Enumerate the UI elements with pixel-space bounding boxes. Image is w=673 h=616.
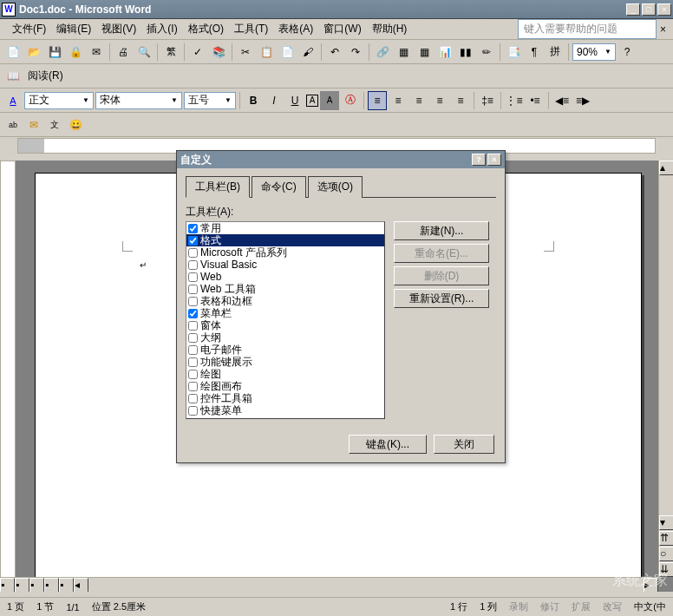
toolbar-checkbox-6[interactable] — [188, 297, 198, 306]
normal-view-icon[interactable]: ▪ — [0, 578, 15, 592]
status-language[interactable]: 中文(中 — [634, 600, 666, 613]
print-icon[interactable]: 🖨 — [114, 43, 133, 62]
permissions-icon[interactable]: 🔒 — [66, 43, 85, 62]
menu-file[interactable]: 文件(F) — [7, 20, 51, 38]
docmap-icon[interactable]: 📑 — [504, 43, 523, 62]
copy-icon[interactable]: 📋 — [257, 43, 276, 62]
underline-icon[interactable]: U — [285, 91, 304, 110]
dialog-help-button[interactable]: ? — [472, 154, 486, 166]
dialog-titlebar[interactable]: 自定义 ? × — [177, 151, 505, 168]
menu-view[interactable]: 视图(V) — [96, 20, 141, 38]
reading-label[interactable]: 阅读(R) — [24, 69, 67, 83]
status-record[interactable]: 录制 — [509, 600, 528, 613]
close-button[interactable]: × — [657, 3, 671, 16]
next-page-icon[interactable]: ⇊ — [659, 562, 673, 577]
drawing-icon[interactable]: ✏ — [477, 43, 496, 62]
spellcheck-icon[interactable]: ✓ — [188, 43, 207, 62]
reset-button[interactable]: 重新设置(R)... — [394, 289, 489, 308]
close-dialog-button[interactable]: 关闭 — [434, 435, 494, 454]
menubar-close-button[interactable]: × — [660, 23, 666, 36]
menu-help[interactable]: 帮助(H) — [367, 20, 413, 38]
toolbar-item-15[interactable]: 快捷菜单 — [186, 404, 384, 416]
envelope-icon[interactable]: ✉ — [24, 115, 43, 134]
reading-view-icon[interactable]: ▪ — [59, 578, 74, 592]
toolbar-checkbox-14[interactable] — [188, 394, 198, 403]
phonetic-guide-icon[interactable]: ab — [3, 115, 23, 134]
excel-icon[interactable]: 📊 — [435, 43, 454, 62]
maximize-button[interactable]: □ — [642, 3, 656, 16]
prev-page-icon[interactable]: ⇈ — [659, 531, 673, 546]
new-toolbar-button[interactable]: 新建(N)... — [394, 221, 489, 240]
bullets-icon[interactable]: •≡ — [526, 91, 545, 110]
increase-indent-icon[interactable]: ≡▶ — [573, 91, 592, 110]
insert-table-icon[interactable]: ▦ — [415, 43, 434, 62]
toolbar-checkbox-0[interactable] — [188, 224, 198, 233]
zoom-combo[interactable]: 90%▼ — [572, 43, 616, 61]
toolbar-checkbox-7[interactable] — [188, 309, 198, 318]
horizontal-scrollbar[interactable]: ▪ ▪ ▪ ▪ ▪ ◂ ▸ — [0, 577, 658, 592]
bold-icon[interactable]: B — [244, 91, 263, 110]
hyperlink-icon[interactable]: 🔗 — [373, 43, 392, 62]
outline-view-icon[interactable]: ▪ — [44, 578, 59, 592]
menu-window[interactable]: 窗口(W) — [318, 20, 366, 38]
toolbar-checkbox-3[interactable] — [188, 260, 198, 270]
tab-toolbars[interactable]: 工具栏(B) — [186, 176, 250, 198]
menu-insert[interactable]: 插入(I) — [141, 20, 182, 38]
wen-icon[interactable]: 文 — [45, 115, 64, 134]
toolbar-item-2[interactable]: Microsoft 产品系列 — [186, 246, 384, 259]
vertical-ruler[interactable] — [0, 161, 16, 592]
print-preview-icon[interactable]: 🔍 — [134, 43, 154, 62]
scroll-down-icon[interactable]: ▾ — [659, 515, 673, 530]
emphasis-icon[interactable]: Ⓐ — [341, 91, 360, 110]
char-shading-icon[interactable]: A — [320, 91, 339, 110]
new-document-icon[interactable]: 📄 — [3, 43, 23, 62]
toolbar-checkbox-9[interactable] — [188, 333, 198, 343]
paste-icon[interactable]: 📄 — [278, 43, 297, 62]
status-overwrite[interactable]: 改写 — [603, 600, 622, 613]
align-center-icon[interactable]: ≡ — [389, 91, 408, 110]
scroll-up-icon[interactable]: ▴ — [659, 161, 673, 175]
help-icon[interactable]: ? — [617, 43, 637, 62]
align-justify-icon[interactable]: ≡ — [430, 91, 449, 110]
tab-commands[interactable]: 命令(C) — [252, 176, 306, 198]
menu-edit[interactable]: 编辑(E) — [51, 20, 96, 38]
align-right-icon[interactable]: ≡ — [409, 91, 428, 110]
toolbar-item-3[interactable]: Visual Basic — [186, 259, 384, 271]
align-left-icon[interactable]: ≡ — [368, 91, 387, 110]
scroll-left-icon[interactable]: ◂ — [74, 578, 88, 592]
open-icon[interactable]: 📂 — [24, 43, 43, 62]
redo-icon[interactable]: ↷ — [346, 43, 365, 62]
cut-icon[interactable]: ✂ — [236, 43, 255, 62]
combine-chars-icon[interactable]: 😀 — [66, 115, 85, 134]
toolbar-checkbox-5[interactable] — [188, 285, 198, 294]
toolbar-checkbox-12[interactable] — [188, 370, 198, 379]
toolbar-checkbox-15[interactable] — [188, 406, 198, 416]
format-painter-icon[interactable]: 🖌 — [298, 43, 317, 62]
columns-icon[interactable]: ▮▮ — [456, 43, 475, 62]
scroll-right-icon[interactable]: ▸ — [644, 578, 658, 592]
menu-table[interactable]: 表格(A) — [273, 20, 318, 38]
toolbar-checkbox-10[interactable] — [188, 345, 198, 355]
dialog-close-button[interactable]: × — [487, 154, 501, 166]
char-border-icon[interactable]: A — [306, 95, 318, 107]
keyboard-button[interactable]: 键盘(K)... — [349, 435, 427, 454]
status-extend[interactable]: 扩展 — [572, 600, 591, 613]
menu-format[interactable]: 格式(O) — [183, 20, 229, 38]
reading-layout-icon[interactable]: 📖 — [3, 67, 23, 86]
tab-options[interactable]: 选项(O) — [308, 176, 363, 198]
help-search-box[interactable]: 键入需要帮助的问题 — [518, 19, 657, 39]
toolbar-checkbox-2[interactable] — [188, 248, 198, 258]
save-icon[interactable]: 💾 — [45, 43, 64, 62]
menu-tools[interactable]: 工具(T) — [229, 20, 273, 38]
minimize-button[interactable]: _ — [626, 3, 640, 16]
toolbar-checkbox-4[interactable] — [188, 272, 198, 282]
browse-object-icon[interactable]: ○ — [659, 547, 673, 561]
size-combo[interactable]: 五号▼ — [184, 92, 236, 109]
font-combo[interactable]: 宋体▼ — [95, 92, 182, 109]
table-border-icon[interactable]: ▦ — [394, 43, 413, 62]
chinese-layout-icon[interactable]: 拼 — [546, 43, 565, 62]
toolbar-checkbox-11[interactable] — [188, 357, 198, 367]
undo-icon[interactable]: ↶ — [325, 43, 344, 62]
decrease-indent-icon[interactable]: ◀≡ — [552, 91, 572, 110]
vertical-scrollbar[interactable]: ▴ ▾ ⇈ ○ ⇊ — [658, 161, 673, 577]
